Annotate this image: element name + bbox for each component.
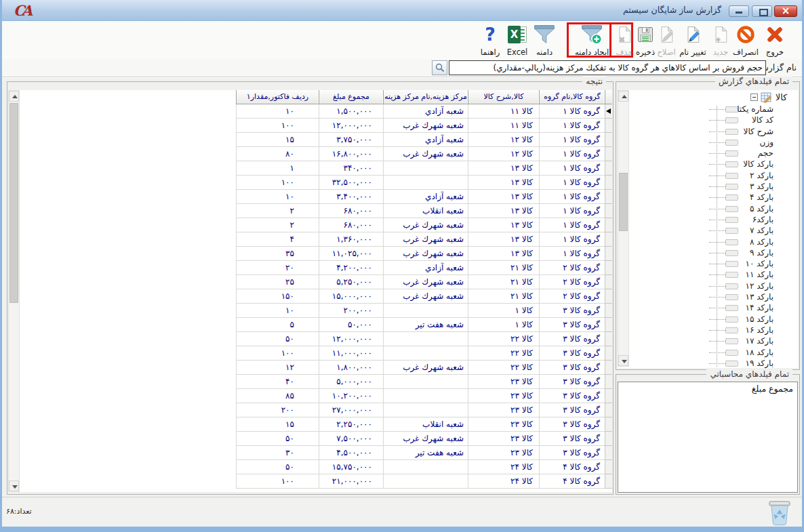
table-row[interactable]: گروه کالا ۱ کالا ۱۳ شعبه شهرك غرب ۱۱,۰۲۵… — [236, 247, 612, 261]
field-checkbox[interactable] — [725, 305, 738, 311]
title-bar[interactable]: CA گزارش ساز شایگان سیستم — [0, 0, 804, 21]
search-button[interactable] — [432, 60, 447, 75]
column-header-quantity[interactable]: ردیف فاکتور,مقدار۱ — [236, 90, 319, 104]
row-header-cell[interactable] — [605, 361, 612, 375]
recycle-bin-icon[interactable] — [765, 499, 795, 527]
row-header-cell[interactable] — [605, 275, 612, 289]
field-checkbox[interactable] — [725, 239, 738, 245]
row-header-cell[interactable] — [605, 389, 612, 403]
table-row[interactable]: گروه کالا ۳ کالا ۲۲ ۱۲,۰۰۰,۰۰۰ ۵۰ — [236, 332, 612, 346]
table-row[interactable]: گروه کالا ۳ کالا ۱ ۲۰۰,۰۰۰ ۱۰ — [236, 304, 612, 318]
field-checkbox[interactable] — [725, 261, 738, 267]
tree-field-item[interactable]: بارکد ۱۹ — [630, 358, 798, 368]
scroll-up-arrow[interactable] — [618, 91, 628, 102]
field-checkbox[interactable] — [725, 327, 738, 333]
row-header-cell[interactable] — [605, 176, 612, 190]
field-checkbox[interactable] — [725, 316, 738, 323]
row-header-cell[interactable] — [605, 133, 612, 147]
field-checkbox[interactable] — [725, 140, 738, 146]
row-header-cell[interactable] — [605, 218, 612, 232]
table-row[interactable]: گروه کالا ۲ کالا ۲۱ شعبه شهرك غرب ۱۵,۰۰۰… — [236, 289, 612, 304]
table-row[interactable]: گروه کالا ۲ کالا ۲۱ شعبه شهرك غرب ۵,۲۵۰,… — [236, 275, 612, 289]
table-row[interactable]: گروه کالا ۱ کالا ۱۱ شعبه آزادي ۱,۵۰۰,۰۰۰… — [236, 104, 612, 119]
tree-field-item[interactable]: بارکد ۱۶ — [630, 325, 798, 335]
tree-field-item[interactable]: بارکد ۹ — [630, 247, 798, 258]
tree-field-item[interactable]: بارکد ۱۰ — [630, 258, 798, 269]
table-row[interactable]: گروه کالا ۴ کالا ۲۴ ۲۱,۰۰۰,۰۰۰ ۱۰۰ — [236, 474, 612, 489]
field-checkbox[interactable] — [725, 228, 738, 234]
scrollbar-thumb[interactable] — [619, 173, 628, 231]
table-row[interactable]: گروه کالا ۱ کالا ۱۳ شعبه انقلاب ۶۸۰,۰۰۰ … — [236, 204, 612, 218]
field-checkbox[interactable] — [725, 184, 738, 190]
field-checkbox[interactable] — [725, 350, 738, 356]
tree-field-item[interactable]: بارکد ۳ — [630, 181, 798, 192]
save-button[interactable]: ذخیره — [635, 22, 656, 58]
field-checkbox[interactable] — [725, 195, 738, 201]
cancel-button[interactable]: انصراف — [731, 22, 760, 58]
collapse-minus-icon[interactable] — [750, 94, 758, 101]
table-row[interactable]: گروه کالا ۳ کالا ۲۳ شعبه شهرك غرب ۷,۵۰۰,… — [236, 432, 612, 446]
tree-field-item[interactable]: بارکد ۱۲ — [630, 281, 798, 291]
tree-field-item[interactable]: بارکد کالا — [630, 159, 798, 169]
table-row[interactable]: گروه کالا ۱ کالا ۱۱ شعبه شهرك غرب ۱۲,۰۰۰… — [236, 119, 612, 133]
domain-button[interactable]: دامنه — [531, 22, 558, 58]
tree-vertical-scrollbar[interactable] — [618, 90, 629, 367]
table-row[interactable]: گروه کالا ۳ کالا ۲۳ ۱۰,۲۰۰,۰۰۰ ۸۵ — [236, 389, 612, 403]
calc-fields-list[interactable]: مجموع مبلغ — [618, 382, 798, 493]
table-row[interactable]: گروه کالا ۱ کالا ۱۲ شعبه آزادي ۳,۷۵۰,۰۰۰… — [236, 133, 612, 147]
tree-field-item[interactable]: کد کالا — [630, 115, 798, 125]
row-header-cell[interactable] — [605, 147, 612, 161]
table-row[interactable]: گروه کالا ۴ کالا ۲۴ ۱۵,۷۵۰,۰۰۰ ۵۰ — [236, 460, 612, 474]
exit-button[interactable]: خروج — [760, 22, 790, 58]
maximize-button[interactable] — [752, 5, 772, 17]
table-row[interactable]: گروه کالا ۱ کالا ۱۳ شعبه شهرك غرب ۶۸۰,۰۰… — [236, 218, 612, 232]
row-header-cell[interactable] — [605, 474, 612, 489]
tree-field-item[interactable]: شماره یکتا — [630, 104, 798, 115]
row-header-cell[interactable] — [605, 417, 612, 432]
tree-field-item[interactable]: بارکد ۲ — [630, 170, 798, 181]
row-header-cell[interactable] — [605, 289, 612, 304]
field-checkbox[interactable] — [725, 250, 738, 256]
tree-field-item[interactable]: بارکد ۴ — [630, 192, 798, 203]
scroll-down-arrow[interactable] — [9, 480, 19, 491]
row-header-cell[interactable] — [605, 247, 612, 261]
scrollbar-thumb[interactable] — [9, 103, 18, 303]
table-row[interactable]: گروه کالا ۳ کالا ۲۳ ۲۷,۰۰۰,۰۰۰ ۲۰۰ — [236, 403, 612, 417]
field-checkbox[interactable] — [725, 129, 738, 135]
excel-button[interactable]: X Excel — [504, 22, 530, 58]
tree-field-item[interactable]: بارکد ۸ — [630, 237, 798, 247]
table-row[interactable]: گروه کالا ۳ کالا ۲۲ ۱۱,۰۰۰,۰۰۰ ۱۰۰ — [236, 346, 612, 361]
field-checkbox[interactable] — [725, 117, 738, 123]
field-checkbox[interactable] — [725, 338, 738, 344]
row-header-cell[interactable] — [605, 332, 612, 346]
scroll-up-arrow[interactable] — [9, 91, 19, 102]
minimize-button[interactable] — [729, 5, 749, 17]
tree-field-item[interactable]: بارکد ۵ — [630, 203, 798, 214]
field-checkbox[interactable] — [725, 106, 738, 112]
field-checkbox[interactable] — [725, 150, 738, 157]
tree-field-item[interactable]: بارکد ۱۱ — [630, 269, 798, 280]
row-header-cell[interactable] — [605, 346, 612, 361]
column-header-costcenter[interactable]: مرکز هزینه,نام مرکز هزینه — [383, 90, 468, 104]
field-checkbox[interactable] — [725, 272, 738, 278]
table-row[interactable]: گروه کالا ۳ کالا ۲۳ ۵,۰۰۰,۰۰۰ ۴۰ — [236, 375, 612, 389]
tree-field-item[interactable]: شرح کالا — [630, 126, 798, 137]
row-header-cell[interactable] — [605, 261, 612, 275]
help-button[interactable]: ? راهنما — [477, 22, 504, 58]
tree-field-item[interactable]: بارکد ۱۸ — [630, 347, 798, 358]
report-name-input[interactable] — [449, 60, 766, 75]
table-row[interactable]: گروه کالا ۱ کالا ۱۳ شعبه آزادي ۳,۴۰۰,۰۰۰… — [236, 190, 612, 204]
column-header-product[interactable]: کالا,شرح کالا — [468, 90, 539, 104]
table-row[interactable]: گروه کالا ۱ کالا ۱۲ شعبه شهرك غرب ۱۶,۸۰۰… — [236, 147, 612, 161]
field-checkbox[interactable] — [725, 294, 738, 300]
row-header-cell[interactable] — [605, 119, 612, 133]
rename-button[interactable]: تغییر نام — [677, 22, 708, 58]
close-button[interactable] — [774, 5, 797, 17]
table-row[interactable]: گروه کالا ۱ کالا ۱۳ ۳۴۰,۰۰۰ ۱ — [236, 161, 612, 176]
row-header-cell[interactable] — [605, 190, 612, 204]
field-checkbox[interactable] — [725, 217, 738, 223]
row-header-cell[interactable] — [605, 232, 612, 247]
field-checkbox[interactable] — [725, 173, 738, 179]
tree-field-item[interactable]: بارکد ۱۷ — [630, 335, 798, 346]
tree-field-item[interactable]: وزن — [630, 137, 798, 148]
